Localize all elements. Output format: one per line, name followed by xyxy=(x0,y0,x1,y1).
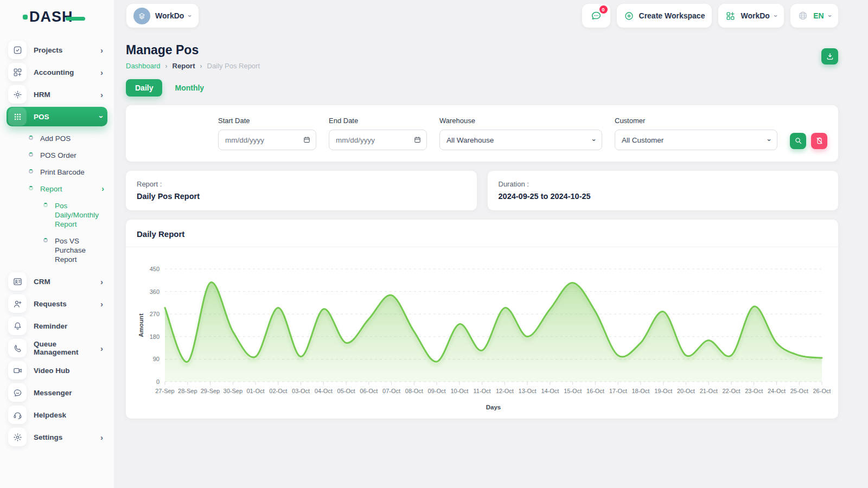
chat-smile-icon xyxy=(8,383,27,402)
sidebar-item-print-barcode[interactable]: Print Barcode xyxy=(29,168,104,177)
report-period-tabs: Daily Monthly xyxy=(126,79,838,97)
workspace-switcher-label: WorkDo xyxy=(741,11,769,20)
chevron-down-icon: › xyxy=(590,139,598,141)
warehouse-label: Warehouse xyxy=(439,117,602,125)
workspace-pill[interactable]: WorkDo › xyxy=(126,4,199,28)
breadcrumb-report[interactable]: Report xyxy=(173,62,195,70)
id-card-icon xyxy=(8,272,27,291)
chart-body: 09018027036045027-Sep28-Sep29-Sep30-Sep0… xyxy=(126,247,838,419)
svg-text:08-Oct: 08-Oct xyxy=(405,388,423,394)
chevron-right-icon: › xyxy=(100,344,103,352)
create-workspace-button[interactable]: Create Workspace xyxy=(617,4,712,28)
summary-cards: Report : Daily Pos Report Duration : 202… xyxy=(126,171,838,210)
svg-text:06-Oct: 06-Oct xyxy=(360,388,378,394)
bullet-ring-icon xyxy=(29,186,33,190)
customer-field: Customer All Customer › xyxy=(615,117,777,150)
bell-icon xyxy=(8,317,27,335)
topbar-actions: 0 Create Workspace WorkDo › EN › xyxy=(582,4,838,28)
svg-text:12-Oct: 12-Oct xyxy=(496,388,514,394)
globe-icon xyxy=(797,10,808,21)
chevron-right-icon: › xyxy=(100,433,103,441)
chevron-right-icon: › xyxy=(200,62,202,70)
sidebar-item-label: POS xyxy=(34,113,49,121)
sidebar-item-pos-vs-purchase-report[interactable]: Pos VS Purchase Report xyxy=(43,236,104,264)
sidebar-item-label: Queue Management xyxy=(34,340,93,356)
sidebar-item-label: POS Order xyxy=(40,151,76,160)
sidebar-item-add-pos[interactable]: Add POS xyxy=(29,134,104,143)
chevron-down-icon: › xyxy=(826,15,834,17)
svg-text:270: 270 xyxy=(150,311,159,317)
bullet-ring-icon xyxy=(43,203,48,207)
sidebar-item-pos-daily-monthly-report[interactable]: Pos Daily/Monthly Report xyxy=(43,201,104,229)
sidebar-item-helpdesk[interactable]: Helpdesk xyxy=(7,405,107,425)
chevron-right-icon: › xyxy=(100,300,103,308)
sidebar: DASH Projects›Accounting›HRM›POS›Add POS… xyxy=(0,0,114,488)
customer-selected-value: All Customer xyxy=(622,136,663,144)
app-window: DASH Projects›Accounting›HRM›POS›Add POS… xyxy=(0,0,868,488)
svg-text:28-Sep: 28-Sep xyxy=(178,388,197,394)
sidebar-item-label: Video Hub xyxy=(34,367,70,375)
sidebar-item-video-hub[interactable]: Video Hub xyxy=(7,361,107,380)
customer-label: Customer xyxy=(615,117,777,125)
crosshair-icon xyxy=(8,85,27,104)
sidebar-item-pos-order[interactable]: POS Order xyxy=(29,151,104,160)
sidebar-item-pos[interactable]: POS› xyxy=(7,107,107,126)
sidebar-item-accounting[interactable]: Accounting› xyxy=(7,62,107,82)
daily-report-card: Daily Report 09018027036045027-Sep28-Sep… xyxy=(126,220,838,419)
bullet-ring-icon xyxy=(43,238,48,242)
workspace-switcher[interactable]: WorkDo › xyxy=(718,4,784,28)
chart-title: Daily Report xyxy=(137,229,184,239)
report-label: Report : xyxy=(137,180,466,188)
breadcrumb-dashboard[interactable]: Dashboard xyxy=(126,62,161,70)
svg-text:25-Oct: 25-Oct xyxy=(790,388,808,394)
daily-report-area-chart: 09018027036045027-Sep28-Sep29-Sep30-Sep0… xyxy=(133,255,831,413)
svg-text:15-Oct: 15-Oct xyxy=(564,388,582,394)
phone-icon xyxy=(8,339,27,357)
start-date-input[interactable] xyxy=(218,130,316,150)
messages-button[interactable]: 0 xyxy=(582,4,610,28)
sidebar-item-label: Messenger xyxy=(34,389,72,397)
start-date-label: Start Date xyxy=(218,117,316,125)
svg-text:09-Oct: 09-Oct xyxy=(428,388,446,394)
duration-value: 2024-09-25 to 2024-10-25 xyxy=(499,192,828,201)
dots-grid-icon xyxy=(8,107,27,126)
sidebar-item-hrm[interactable]: HRM› xyxy=(7,85,107,104)
tab-daily[interactable]: Daily xyxy=(126,79,162,97)
headset-icon xyxy=(8,406,27,424)
svg-text:27-Sep: 27-Sep xyxy=(155,388,174,394)
sidebar-item-label: Accounting xyxy=(34,68,74,76)
bullet-ring-icon xyxy=(29,152,33,157)
checkbox-icon xyxy=(8,41,27,59)
sidebar-item-crm[interactable]: CRM› xyxy=(7,272,107,291)
sidebar-item-requests[interactable]: Requests› xyxy=(7,294,107,313)
grid-plus-icon xyxy=(725,11,736,21)
download-button[interactable] xyxy=(821,48,838,65)
end-date-input[interactable] xyxy=(329,130,427,150)
svg-text:19-Oct: 19-Oct xyxy=(654,388,672,394)
sidebar-item-label: Settings xyxy=(34,433,62,441)
grid-plus-icon xyxy=(8,63,27,81)
search-button[interactable] xyxy=(790,133,806,149)
page-title: Manage Pos xyxy=(126,43,260,57)
sidebar-item-settings[interactable]: Settings› xyxy=(7,427,107,447)
sidebar-item-label: Helpdesk xyxy=(34,411,66,419)
language-selector[interactable]: EN › xyxy=(790,4,838,28)
sidebar-item-queue-management[interactable]: Queue Management› xyxy=(7,338,107,358)
clear-filter-icon xyxy=(815,137,824,145)
customer-select[interactable]: All Customer › xyxy=(615,130,777,150)
logo-dot xyxy=(23,15,28,20)
logo-dash xyxy=(66,17,85,21)
sidebar-item-reminder[interactable]: Reminder xyxy=(7,316,107,336)
sidebar-item-messenger[interactable]: Messenger xyxy=(7,383,107,402)
search-icon xyxy=(794,137,802,145)
sidebar-item-report[interactable]: Report› xyxy=(29,184,104,194)
chevron-right-icon: › xyxy=(101,184,104,194)
clear-filter-button[interactable] xyxy=(811,133,827,149)
sidebar-item-label: Reminder xyxy=(34,322,67,330)
tab-monthly[interactable]: Monthly xyxy=(165,79,213,97)
warehouse-select[interactable]: All Warehouse › xyxy=(439,130,602,150)
sidebar-item-projects[interactable]: Projects› xyxy=(7,40,107,60)
svg-text:26-Oct: 26-Oct xyxy=(813,388,831,394)
topbar: WorkDo › 0 Create Workspace WorkDo › EN … xyxy=(114,0,868,31)
sidebar-item-label: Report xyxy=(40,184,62,194)
